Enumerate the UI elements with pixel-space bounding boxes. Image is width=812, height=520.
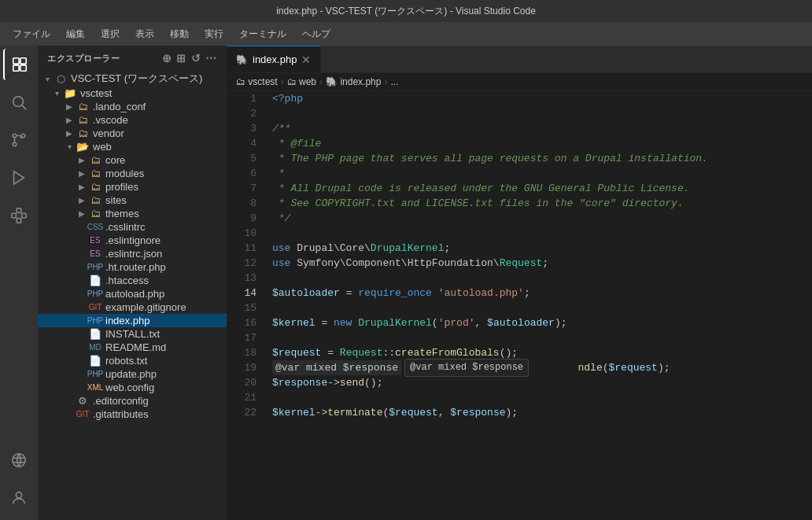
tree-item-vendor[interactable]: ▶ 🗂 vendor xyxy=(38,127,227,140)
token xyxy=(352,315,358,330)
menu-edit[interactable]: 編集 xyxy=(60,24,91,44)
tree-item-indexphp[interactable]: ▶ PHP index.php xyxy=(38,314,227,327)
tree-label: .gitattributes xyxy=(93,408,149,420)
code-line-9: */ xyxy=(272,211,806,226)
tree-label: vendor xyxy=(93,127,124,139)
tree-item-webconfig[interactable]: ▶ XML web.config xyxy=(38,381,227,394)
activity-icon-run[interactable] xyxy=(3,162,35,194)
tree-item-vscode[interactable]: ▶ 🗂 .vscode xyxy=(38,113,227,127)
tab-indexphp[interactable]: 🐘 index.php ✕ xyxy=(227,46,321,72)
refresh-icon[interactable]: ↺ xyxy=(191,52,201,65)
tree-label: .csslintrc xyxy=(105,221,146,233)
menu-view[interactable]: 表示 xyxy=(129,24,161,44)
tree-item-editorconfig[interactable]: ▶ ⚙ .editorconfig xyxy=(38,394,227,408)
activity-icon-accounts[interactable] xyxy=(3,482,35,514)
new-file-icon[interactable]: ⊕ xyxy=(162,52,172,65)
tree-label: profiles xyxy=(105,181,138,193)
token: $response xyxy=(272,375,327,390)
svg-marker-9 xyxy=(14,171,24,185)
line-num-11: 11 xyxy=(227,241,257,256)
tree-item-update[interactable]: ▶ PHP update.php xyxy=(38,367,227,381)
activity-icon-explorer[interactable] xyxy=(3,49,35,80)
eslint-file-icon: ES xyxy=(88,236,102,245)
token: ( xyxy=(603,360,609,375)
eslint-json-icon: ES xyxy=(88,249,102,258)
token: DrupalKernel xyxy=(358,315,432,330)
tree-item-core[interactable]: ▶ 🗂 core xyxy=(38,153,227,167)
menu-select[interactable]: 選択 xyxy=(94,24,126,44)
breadcrumb-more[interactable]: ... xyxy=(390,76,398,87)
main-layout: エクスプローラー ⊕ ⊞ ↺ ⋯ ▾ ⬡ VSC-TEST (ワークスペース) … xyxy=(0,46,812,520)
menu-terminal[interactable]: ターミナル xyxy=(233,24,293,44)
code-line-15 xyxy=(272,301,806,315)
activity-icon-remote[interactable] xyxy=(3,444,35,476)
tree-item-themes[interactable]: ▶ 🗂 themes xyxy=(38,207,227,220)
tree-label: INSTALL.txt xyxy=(105,328,160,340)
tree-arrow: ▾ xyxy=(41,75,54,83)
tree-item-modules[interactable]: ▶ 🗂 modules xyxy=(38,167,227,180)
token: ndle xyxy=(529,360,603,375)
line-num-17: 17 xyxy=(227,330,257,345)
token: Request xyxy=(340,345,383,360)
tree-item-examplegitignore[interactable]: ▶ GIT example.gitignore xyxy=(38,301,227,314)
svg-rect-2 xyxy=(13,65,19,71)
code-line-20: $response -> send (); xyxy=(272,375,806,390)
menu-run[interactable]: 実行 xyxy=(198,24,230,44)
tab-close-button[interactable]: ✕ xyxy=(301,53,311,66)
tree-label: .vscode xyxy=(93,114,128,126)
token: -> xyxy=(327,375,340,390)
tree-item-htrouter[interactable]: ▶ PHP .ht.router.php xyxy=(38,260,227,274)
code-line-14: $autoloader = require_once 'autoload.php… xyxy=(272,286,806,301)
tree-item-web[interactable]: ▾ 📂 web xyxy=(38,140,227,153)
code-line-19: @var mixed $response @var mixed $respons… xyxy=(272,360,806,375)
token: = xyxy=(316,315,334,330)
line-num-6: 6 xyxy=(227,166,257,181)
folder-icon: 🗂 xyxy=(88,194,102,206)
code-line-17 xyxy=(272,330,806,345)
activity-icon-extensions[interactable] xyxy=(3,200,35,231)
line-num-21: 21 xyxy=(227,390,257,405)
line-numbers: 1 2 3 4 5 6 7 8 9 10 11 12 13 14 15 16 1… xyxy=(227,91,266,520)
line-num-9: 9 xyxy=(227,211,257,226)
code-line-3: /** xyxy=(272,121,806,136)
breadcrumb-web[interactable]: 🗂 web xyxy=(287,76,316,87)
tree-label: README.md xyxy=(105,341,166,353)
tree-label: .eslintrc.json xyxy=(105,248,162,260)
svg-line-5 xyxy=(22,105,26,109)
new-folder-icon[interactable]: ⊞ xyxy=(176,52,186,65)
collapse-all-icon[interactable]: ⋯ xyxy=(205,52,217,65)
token: $autoloader xyxy=(487,315,555,330)
tree-item-vsctest[interactable]: ▾ 📁 vsctest xyxy=(38,87,227,100)
activity-icon-search[interactable] xyxy=(3,87,35,118)
tree-item-autoload[interactable]: ▶ PHP autoload.php xyxy=(38,287,227,301)
code-content[interactable]: <?php /** * @file * The PHP page that se… xyxy=(266,91,812,520)
tree-item-sites[interactable]: ▶ 🗂 sites xyxy=(38,194,227,207)
token: ; xyxy=(524,286,530,301)
tree-item-eslintrc[interactable]: ▶ ES .eslintrc.json xyxy=(38,247,227,260)
breadcrumb-indexphp[interactable]: 🐘 index.php xyxy=(326,76,381,87)
tree-item-htaccess[interactable]: ▶ 📄 .htaccess xyxy=(38,274,227,287)
menu-help[interactable]: ヘルプ xyxy=(296,24,337,44)
tree-item-eslintignore[interactable]: ▶ ES .eslintignore xyxy=(38,234,227,247)
breadcrumb-vsctest[interactable]: 🗂 vsctest xyxy=(236,76,278,87)
token: * @file xyxy=(272,136,321,151)
tree-item-robots[interactable]: ▶ 📄 robots.txt xyxy=(38,354,227,367)
tree-item-install[interactable]: ▶ 📄 INSTALL.txt xyxy=(38,327,227,341)
code-editor[interactable]: 1 2 3 4 5 6 7 8 9 10 11 12 13 14 15 16 1… xyxy=(227,91,812,520)
svg-point-8 xyxy=(13,142,17,146)
tree-item-readme[interactable]: ▶ MD README.md xyxy=(38,341,227,354)
code-line-5: * The PHP page that serves all page requ… xyxy=(272,151,806,166)
token: Symfony\Component\HttpFoundation\ xyxy=(290,256,499,271)
php-file-icon: PHP xyxy=(88,263,102,271)
workspace-root[interactable]: ▾ ⬡ VSC-TEST (ワークスペース) xyxy=(38,71,227,87)
tree-item-lando-conf[interactable]: ▶ 🗂 .lando_conf xyxy=(38,100,227,113)
tree-item-csslintrc[interactable]: ▶ CSS .csslintrc xyxy=(38,220,227,234)
token: 'autoload.php' xyxy=(438,286,524,301)
tree-label: modules xyxy=(105,168,144,179)
code-line-1: <?php xyxy=(272,91,806,106)
tree-item-gitattributes[interactable]: ▶ GIT .gitattributes xyxy=(38,408,227,421)
menu-file[interactable]: ファイル xyxy=(6,24,57,44)
menu-go[interactable]: 移動 xyxy=(164,24,195,44)
tree-item-profiles[interactable]: ▶ 🗂 profiles xyxy=(38,180,227,194)
activity-icon-source-control[interactable] xyxy=(3,124,35,156)
